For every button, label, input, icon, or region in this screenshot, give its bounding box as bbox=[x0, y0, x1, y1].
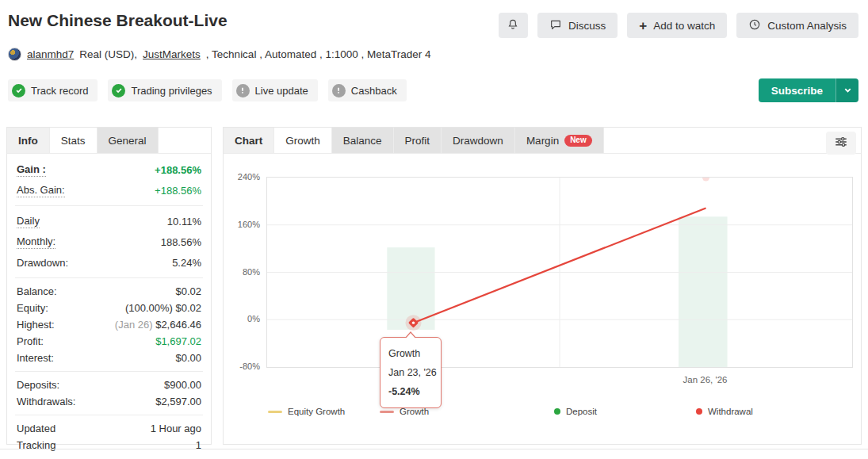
header-actions: Discuss + Add to watch Custom Analysis bbox=[499, 13, 858, 38]
legend-label: Withdrawal bbox=[708, 407, 753, 416]
tab-drawdown[interactable]: Drawdown bbox=[442, 128, 515, 153]
verification-badges: Track record Trading privileges Live upd… bbox=[8, 79, 407, 101]
chart-panel: Chart Growth Balance Profit Drawdown Mar… bbox=[223, 127, 862, 445]
stat-value: (100.00%) $0.02 bbox=[125, 302, 201, 314]
account-details-text: , Technical , Automated , 1:1000 , MetaT… bbox=[206, 48, 431, 60]
divider bbox=[0, 449, 868, 449]
tab-stats[interactable]: Stats bbox=[50, 128, 98, 153]
broker-link[interactable]: JustMarkets bbox=[143, 48, 201, 60]
stat-label: Profit: bbox=[17, 335, 44, 347]
stat-row: Tracking1 bbox=[17, 437, 201, 453]
stat-row: Gain :+188.56% bbox=[17, 159, 201, 180]
chevron-down-icon bbox=[843, 83, 852, 98]
tab-general[interactable]: General bbox=[98, 128, 159, 153]
y-axis-tick: 160% bbox=[224, 220, 260, 229]
badge-trading-privileges[interactable]: Trading privileges bbox=[108, 79, 221, 101]
tab-growth[interactable]: Growth bbox=[274, 128, 332, 153]
stat-value: $1,697.02 bbox=[155, 335, 201, 347]
legend-label: Deposit bbox=[566, 407, 597, 416]
stat-row: Drawdown:5.24% bbox=[17, 252, 201, 273]
stat-row: Interest:$0.00 bbox=[17, 350, 201, 366]
legend-deposit[interactable]: Deposit bbox=[554, 407, 597, 416]
page-title: New Chinese Breakout-Live bbox=[8, 11, 228, 30]
tab-margin-label: Margin bbox=[526, 135, 559, 147]
divider bbox=[15, 415, 203, 415]
plus-icon: + bbox=[639, 19, 647, 33]
badge-live-update[interactable]: Live update bbox=[232, 79, 318, 101]
stat-row: Updated1 Hour ago bbox=[17, 420, 201, 437]
badge-cashback[interactable]: Cashback bbox=[328, 79, 407, 101]
custom-analysis-button[interactable]: Custom Analysis bbox=[736, 13, 858, 38]
chart-settings-button[interactable] bbox=[826, 132, 856, 155]
badge-label: Live update bbox=[255, 85, 308, 97]
discuss-label: Discuss bbox=[568, 20, 606, 32]
y-axis-tick: 80% bbox=[224, 267, 260, 277]
stat-value: $0.00 bbox=[175, 352, 201, 364]
divider bbox=[15, 371, 203, 372]
check-icon bbox=[12, 84, 25, 98]
stat-label: Gain : bbox=[17, 163, 46, 177]
stat-label: Deposits: bbox=[17, 379, 59, 391]
chat-bubble-icon bbox=[549, 18, 562, 33]
divider bbox=[15, 277, 203, 278]
chart-panel-tabs: Chart Growth Balance Profit Drawdown Mar… bbox=[224, 128, 861, 154]
growth-chart-plot[interactable] bbox=[266, 177, 853, 368]
stat-value: (Jan 26) $2,646.46 bbox=[115, 319, 201, 331]
username-link[interactable]: alanmhd7 bbox=[27, 48, 74, 60]
avatar bbox=[8, 48, 21, 61]
stat-label: Abs. Gain: bbox=[17, 184, 65, 197]
equity-growth-line-swatch bbox=[268, 411, 282, 413]
badge-label: Track record bbox=[31, 85, 88, 97]
stat-value: $2,597.00 bbox=[155, 396, 201, 407]
stat-label: Withdrawals: bbox=[17, 396, 75, 407]
stat-value: 10.11% bbox=[167, 216, 201, 228]
subscribe-dropdown-button[interactable] bbox=[835, 78, 858, 102]
tab-margin[interactable]: Margin New bbox=[515, 128, 604, 153]
subscribe-button[interactable]: Subscribe bbox=[759, 78, 835, 102]
stat-value-prefix: (Jan 26) bbox=[115, 319, 155, 331]
stat-label: Balance: bbox=[17, 285, 57, 297]
stats-panel-tabs: Info Stats General bbox=[7, 128, 211, 154]
legend-label: Equity Growth bbox=[288, 407, 345, 416]
stat-value: $0.02 bbox=[175, 285, 201, 297]
stat-row: Highest:(Jan 26) $2,646.46 bbox=[17, 316, 201, 333]
stat-row: Daily10.11% bbox=[17, 211, 201, 231]
y-axis-tick: -80% bbox=[224, 361, 260, 371]
legend-withdrawal[interactable]: Withdrawal bbox=[696, 407, 753, 416]
discuss-button[interactable]: Discuss bbox=[537, 13, 618, 38]
stat-row: Profit:$1,697.02 bbox=[17, 333, 201, 350]
stat-value: 188.56% bbox=[161, 236, 201, 248]
legend-equity-growth[interactable]: Equity Growth bbox=[268, 407, 345, 416]
system-page: New Chinese Breakout-Live Discuss + Add … bbox=[0, 0, 868, 459]
stat-rows: Gain :+188.56%Abs. Gain:+188.56%Daily10.… bbox=[7, 154, 211, 453]
stat-label: Drawdown: bbox=[17, 257, 68, 269]
notifications-button[interactable] bbox=[499, 13, 528, 38]
account-type-text: Real (USD), bbox=[79, 48, 137, 60]
stat-row: Balance:$0.02 bbox=[17, 283, 201, 300]
stat-value: +188.56% bbox=[155, 185, 201, 197]
tab-balance[interactable]: Balance bbox=[332, 128, 394, 153]
deposit-dot-swatch bbox=[554, 408, 560, 415]
stat-value: $900.00 bbox=[164, 379, 201, 391]
check-icon bbox=[112, 84, 125, 98]
tab-info[interactable]: Info bbox=[7, 128, 50, 153]
stat-label: Equity: bbox=[17, 302, 48, 314]
tooltip-value: -5.24% bbox=[388, 382, 433, 401]
tooltip-date: Jan 23, '26 bbox=[388, 363, 433, 382]
y-axis-tick: 240% bbox=[224, 172, 260, 182]
stats-panel: Info Stats General Gain :+188.56%Abs. Ga… bbox=[6, 127, 212, 445]
badge-label: Trading privileges bbox=[131, 85, 212, 97]
y-axis-tick: 0% bbox=[224, 314, 260, 323]
new-badge: New bbox=[564, 135, 592, 147]
tab-chart[interactable]: Chart bbox=[224, 128, 274, 153]
stat-value: +188.56% bbox=[155, 164, 201, 176]
divider bbox=[15, 205, 203, 206]
growth-line-swatch bbox=[380, 411, 394, 413]
stat-label: Highest: bbox=[17, 319, 55, 331]
custom-analysis-label: Custom Analysis bbox=[767, 20, 847, 32]
badge-track-record[interactable]: Track record bbox=[8, 79, 98, 101]
tab-profit[interactable]: Profit bbox=[394, 128, 442, 153]
add-to-watch-button[interactable]: + Add to watch bbox=[627, 13, 727, 38]
exclamation-icon bbox=[236, 84, 250, 98]
stat-label: Daily bbox=[17, 215, 40, 228]
